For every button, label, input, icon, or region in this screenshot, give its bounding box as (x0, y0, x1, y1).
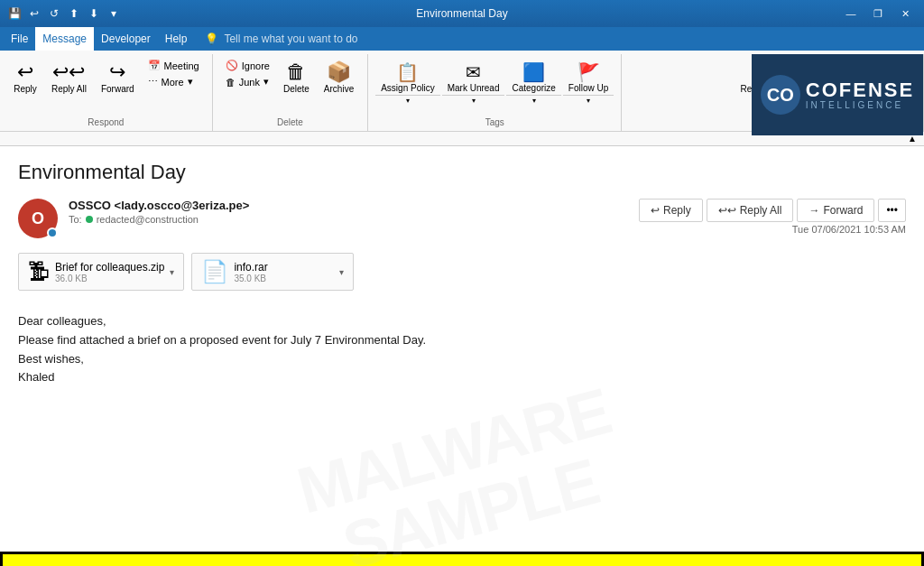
sender-avatar: O (18, 199, 58, 238)
attachment-2-name: info.rar (234, 261, 334, 274)
close-button[interactable]: ✕ (893, 5, 917, 22)
download-icon[interactable]: ⬇ (87, 6, 101, 21)
delete-buttons: 🚫 Ignore 🗑 Junk ▾ 🗑 Delete 📦 Archive (220, 58, 360, 114)
junk-label: Junk (239, 77, 260, 88)
recipient-badge-icon (86, 216, 93, 223)
attachments-area: 🗜 Brief for colleaques.zip 36.0 KB ▾ 📄 i… (0, 246, 924, 298)
menu-bar: File Message Developer Help 💡 (0, 27, 924, 51)
categorize-label: Categorize (512, 83, 555, 93)
follow-up-split: 🚩 Follow Up ▾ (563, 58, 614, 106)
restore-button[interactable]: ❐ (866, 5, 890, 22)
attachment-2-size: 35.0 KB (234, 274, 334, 283)
menu-item-file[interactable]: File (4, 27, 35, 51)
body-line-4: Khaled (18, 368, 906, 387)
delete-button[interactable]: 🗑 Delete (277, 58, 316, 99)
more-button[interactable]: ⋯ More ▾ (143, 74, 205, 89)
email-forward-icon: → (808, 204, 819, 217)
tags-group-label: Tags (485, 117, 504, 127)
follow-up-dropdown[interactable]: ▾ (563, 95, 614, 106)
email-reply-all-icon: ↩↩ (718, 204, 736, 217)
threat-banner: Tactic: Attached JavaScript | Threat: Ba… (0, 552, 924, 566)
delete-label: Delete (283, 84, 310, 95)
follow-up-button[interactable]: 🚩 Follow Up (563, 58, 614, 95)
assign-policy-button[interactable]: 📋 Assign Policy (375, 58, 439, 95)
email-more-icon: ••• (886, 204, 898, 217)
forward-icon: ↪ (109, 62, 125, 82)
sender-info: OSSCO <lady.oscco@3eriza.pe> To: redacte… (69, 199, 249, 225)
assign-policy-split: 📋 Assign Policy ▾ (375, 58, 439, 106)
more-dropdown-icon[interactable]: ▾ (106, 6, 121, 21)
assign-dropdown[interactable]: ▾ (375, 95, 439, 106)
categorize-icon: 🟦 (522, 61, 545, 83)
junk-icon: 🗑 (226, 77, 236, 88)
ignore-button[interactable]: 🚫 Ignore (220, 58, 275, 73)
tell-me-area: 💡 (205, 32, 368, 45)
cofense-text: COFENSE INTELLIGENCE (806, 80, 914, 110)
respond-small-buttons: 📅 Meeting ⋯ More ▾ (143, 58, 205, 89)
cofense-circle-logo: CO (761, 75, 800, 115)
mark-unread-icon: ✉ (466, 61, 481, 83)
attachment-2-dropdown-icon[interactable]: ▾ (339, 267, 344, 277)
email-reply-button[interactable]: ↩ Reply (639, 199, 703, 222)
archive-label: Archive (324, 84, 354, 95)
to-address: redacted@construction (97, 214, 199, 225)
undo-icon[interactable]: ↩ (27, 6, 42, 21)
email-forward-button[interactable]: → Forward (797, 199, 874, 222)
reply-icon: ↩ (17, 62, 33, 82)
meeting-icon: 📅 (148, 60, 161, 71)
attachment-2-info: info.rar 35.0 KB (234, 261, 334, 283)
email-reply-icon: ↩ (651, 204, 660, 217)
mark-unread-button[interactable]: ✉ Mark Unread (442, 58, 505, 95)
ribbon: ↩ Reply ↩↩ Reply All ↪ Forward 📅 Meeting… (0, 51, 924, 132)
archive-button[interactable]: 📦 Archive (318, 58, 360, 99)
menu-item-developer[interactable]: Developer (94, 27, 158, 51)
email-actions: ↩ Reply ↩↩ Reply All → Forward ••• (639, 199, 906, 222)
ribbon-cofense-group: 🐟 Report Phishing Cofense CO COFENSE INT… (622, 54, 924, 131)
cofense-tagline: INTELLIGENCE (806, 100, 914, 110)
more-chevron-icon: ▾ (188, 76, 193, 88)
email-more-button[interactable]: ••• (878, 199, 906, 222)
ignore-icon: 🚫 (226, 60, 238, 71)
mark-unread-dropdown[interactable]: ▾ (442, 95, 505, 106)
attachment-2[interactable]: 📄 info.rar 35.0 KB ▾ (191, 253, 354, 291)
email-reply-all-button[interactable]: ↩↩ Reply All (707, 199, 794, 222)
attachment-1[interactable]: 🗜 Brief for colleaques.zip 36.0 KB ▾ (18, 253, 184, 291)
assign-label: Assign Policy (381, 83, 434, 93)
upload-icon[interactable]: ⬆ (67, 6, 81, 21)
menu-item-help[interactable]: Help (158, 27, 195, 51)
email-reply-all-label: Reply All (740, 204, 782, 217)
attachment-1-dropdown-icon[interactable]: ▾ (170, 267, 174, 277)
cofense-logo-area: CO COFENSE INTELLIGENCE (761, 75, 914, 115)
lightbulb-icon: 💡 (205, 32, 218, 45)
ribbon-delete-group: 🚫 Ignore 🗑 Junk ▾ 🗑 Delete 📦 Archive Del… (213, 54, 368, 131)
menu-item-message[interactable]: Message (35, 27, 94, 51)
reply-all-icon: ↩↩ (52, 62, 85, 82)
follow-up-icon: 🚩 (578, 61, 600, 83)
email-reply-label: Reply (663, 204, 691, 217)
body-line-1: Dear colleagues, (18, 312, 906, 331)
tell-me-input[interactable] (224, 32, 368, 45)
ribbon-tags-group: 📋 Assign Policy ▾ ✉ Mark Unread ▾ 🟦 Cate… (368, 54, 622, 131)
redo-icon[interactable]: ↺ (47, 6, 61, 21)
meeting-button[interactable]: 📅 Meeting (143, 58, 205, 73)
forward-button[interactable]: ↪ Forward (95, 58, 141, 99)
reply-label: Reply (14, 84, 37, 95)
more-label: More (162, 77, 184, 88)
respond-buttons: ↩ Reply ↩↩ Reply All ↪ Forward 📅 Meeting… (7, 58, 205, 114)
attachment-1-name: Brief for colleaques.zip (55, 261, 164, 274)
junk-button[interactable]: 🗑 Junk ▾ (220, 74, 275, 89)
meeting-label: Meeting (164, 60, 199, 71)
categorize-button[interactable]: 🟦 Categorize (506, 58, 560, 95)
reply-all-button[interactable]: ↩↩ Reply All (45, 58, 93, 99)
window-title: Environmental Day (416, 7, 507, 20)
tags-buttons: 📋 Assign Policy ▾ ✉ Mark Unread ▾ 🟦 Cate… (375, 58, 614, 114)
save-icon[interactable]: 💾 (7, 6, 22, 21)
sender-initial: O (32, 209, 44, 228)
body-line-2: Please find attached a brief on a propos… (18, 331, 906, 350)
email-header: O OSSCO <lady.oscco@3eriza.pe> To: redac… (0, 191, 924, 246)
categorize-dropdown[interactable]: ▾ (506, 95, 560, 106)
reply-button[interactable]: ↩ Reply (7, 58, 43, 99)
email-timestamp: Tue 07/06/2021 10:53 AM (639, 224, 906, 235)
minimize-button[interactable]: — (839, 5, 863, 22)
delete-small-buttons: 🚫 Ignore 🗑 Junk ▾ (220, 58, 275, 89)
